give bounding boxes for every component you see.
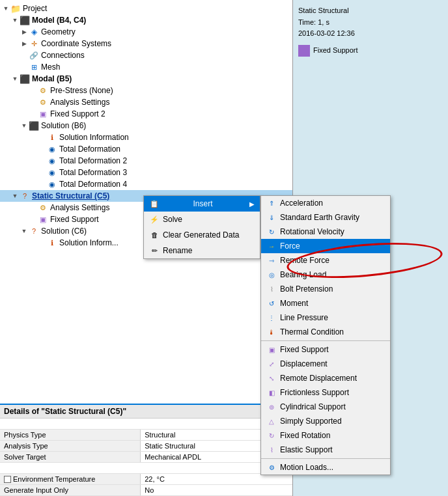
thermal-icon: 🌡 (266, 327, 277, 337)
tree-item-analysis-b5[interactable]: ⚙ Analysis Settings (0, 96, 292, 108)
rotational-icon: ↻ (266, 227, 277, 237)
temp-checkbox[interactable] (4, 476, 11, 483)
submenu-bolt[interactable]: ⌇ Bolt Pretension (261, 282, 390, 296)
details-panel: Details of "Static Structural (C5)" 📌 ▼D… (0, 404, 293, 496)
context-menu-clear[interactable]: 🗑 Clear Generated Data (144, 227, 260, 243)
submenu-force[interactable]: → Force (261, 239, 390, 253)
details-header: Details of "Static Structural (C5)" 📌 (0, 405, 293, 419)
submenu-simply[interactable]: △ Simply Supported (261, 414, 390, 428)
expand-icon-d1 (39, 146, 46, 152)
tree-label-solution-c6: Solution (C6) (41, 227, 87, 236)
tree-item-connections[interactable]: 🔗 Connections (0, 49, 292, 61)
main-container: ▼ 📁 Project ▼ ⬛ Model (B4, C4) ▶ ◈ Geome… (0, 0, 448, 496)
tree-item-coord[interactable]: ▶ ✛ Coordinate Systems (0, 38, 292, 49)
analysis-c5-icon: ⚙ (38, 202, 48, 213)
submenu-label-thermal: Thermal Condition (280, 327, 344, 337)
submenu-label-elastic: Elastic Support (280, 445, 333, 454)
tree-label-geometry: Geometry (41, 27, 76, 36)
solution-c6-icon: ? (29, 226, 39, 236)
submenu-acceleration[interactable]: ⇑ Acceleration (261, 196, 390, 210)
clear-icon: 🗑 (149, 230, 160, 240)
submenu-bearing[interactable]: ◎ Bearing Load (261, 268, 390, 282)
submenu-displacement[interactable]: ⤢ Displacement (261, 357, 390, 371)
tree-label-def4: Total Deformation 4 (59, 180, 127, 189)
solution-b6-icon: ⬛ (29, 120, 39, 131)
submenu-label-displacement: Displacement (280, 359, 328, 368)
context-menu-insert[interactable]: 📋 Insert ▶ (144, 196, 260, 212)
submenu-label-force: Force (280, 241, 300, 251)
tree-item-def1[interactable]: ◉ Total Deformation (0, 143, 292, 155)
tree-item-project[interactable]: ▼ 📁 Project (0, 3, 292, 14)
tree-label-static: Static Structural (C5) (32, 191, 109, 200)
tree-label-analysis-b5: Analysis Settings (50, 98, 109, 107)
details-label-input: Generate Input Only (0, 485, 141, 496)
expand-icon-d4 (39, 181, 46, 187)
rename-icon: ✏ (149, 245, 160, 256)
submenu-elastic[interactable]: ⌇ Elastic Support (261, 443, 390, 457)
tree-item-fixed2[interactable]: ▣ Fixed Support 2 (0, 108, 292, 120)
context-menu-rename[interactable]: ✏ Rename (144, 243, 260, 258)
submenu-rotational[interactable]: ↻ Rotational Velocity (261, 225, 390, 239)
fixed2-icon: ▣ (38, 109, 48, 119)
submenu-label-simply: Simply Supported (280, 417, 342, 426)
submenu-thermal[interactable]: 🌡 Thermal Condition (261, 325, 390, 339)
details-row-analysis: Analysis Type Static Structural (0, 441, 293, 452)
submenu-motion[interactable]: ⚙ Motion Loads... (261, 460, 390, 475)
submenu-sep2 (261, 458, 390, 459)
coord-icon: ✛ (29, 38, 39, 49)
def1-icon: ◉ (47, 144, 57, 154)
submenu: ⇑ Acceleration ⇓ Standard Earth Gravity … (260, 195, 391, 475)
submenu-label-line-pressure: Line Pressure (280, 313, 328, 322)
fixed-support-icon (298, 45, 310, 57)
tree-item-def3[interactable]: ◉ Total Deformation 3 (0, 167, 292, 178)
remote-force-icon: ⇾ (266, 255, 277, 266)
expand-icon-si (39, 134, 46, 141)
submenu-cylindrical[interactable]: ⊚ Cylindrical Support (261, 400, 390, 414)
expand-icon-as-b5 (30, 99, 36, 105)
tree-item-model[interactable]: ▼ ⬛ Model (B4, C4) (0, 14, 292, 26)
tree-item-mesh[interactable]: ⊞ Mesh (0, 61, 292, 73)
force-icon: → (266, 241, 277, 251)
tree-item-def4[interactable]: ◉ Total Deformation 4 (0, 178, 292, 190)
left-panel: ▼ 📁 Project ▼ ⬛ Model (B4, C4) ▶ ◈ Geome… (0, 0, 293, 496)
section-options: ▼Options (0, 463, 293, 474)
cylindrical-icon: ⊚ (266, 402, 277, 412)
expand-icon-d3 (39, 169, 46, 176)
tree-label-solinfo-c6: Solution Inform... (59, 238, 119, 247)
tree-item-solution-b6[interactable]: ▼ ⬛ Solution (B6) (0, 120, 292, 131)
context-menu-rename-label: Rename (163, 246, 192, 255)
submenu-fixed-rot[interactable]: ↻ Fixed Rotation (261, 428, 390, 443)
tree-item-modal[interactable]: ▼ ⬛ Modal (B5) (0, 73, 292, 85)
submenu-line-pressure[interactable]: ⋮ Line Pressure (261, 310, 390, 325)
submenu-label-bearing: Bearing Load (280, 270, 326, 279)
right-panel-content: Static Structural Time: 1, s 2016-03-02 … (296, 3, 445, 59)
submenu-fixed-support[interactable]: ▣ Fixed Support (261, 342, 390, 357)
submenu-label-moment: Moment (280, 299, 308, 308)
details-value-temp: 22, °C (141, 474, 293, 485)
tree-label-coord: Coordinate Systems (41, 39, 111, 48)
tree-item-def2[interactable]: ◉ Total Deformation 2 (0, 155, 292, 167)
frictionless-icon: ◧ (266, 387, 277, 398)
line-pressure-icon: ⋮ (266, 312, 277, 323)
tree-item-solinfo[interactable]: ℹ Solution Information (0, 131, 292, 143)
displacement-icon: ⤢ (266, 359, 277, 369)
submenu-remote-disp[interactable]: ⤡ Remote Displacement (261, 371, 390, 385)
fixed-c5-icon: ▣ (38, 214, 48, 225)
tree-item-geometry[interactable]: ▶ ◈ Geometry (0, 26, 292, 38)
submenu-remote-force[interactable]: ⇾ Remote Force (261, 253, 390, 268)
bolt-icon: ⌇ (266, 284, 277, 294)
tree-label-prestress: Pre-Stress (None) (50, 86, 113, 95)
expand-icon-fixed2 (30, 111, 36, 117)
submenu-frictionless[interactable]: ◧ Frictionless Support (261, 385, 390, 400)
tree-item-prestress[interactable]: ⚙ Pre-Stress (None) (0, 85, 292, 96)
section-options-label: ▼Options (0, 463, 293, 474)
submenu-gravity[interactable]: ⇓ Standard Earth Gravity (261, 210, 390, 225)
submenu-moment[interactable]: ↺ Moment (261, 296, 390, 310)
expand-icon-d2 (39, 158, 46, 164)
details-label-temp: Environment Temperature (0, 474, 141, 485)
context-menu-solve[interactable]: ⚡ Solve (144, 212, 260, 227)
tree-label-modal: Modal (B5) (32, 74, 72, 83)
remote-disp-icon: ⤡ (266, 373, 277, 383)
tree-label-def1: Total Deformation (59, 145, 120, 154)
insert-arrow: ▶ (249, 200, 255, 208)
